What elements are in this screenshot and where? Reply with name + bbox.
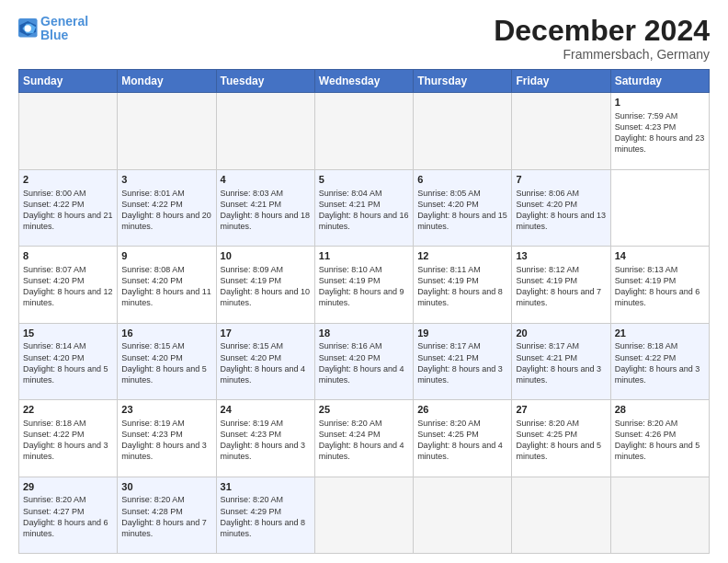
calendar-cell: 28Sunrise: 8:20 AMSunset: 4:26 PMDayligh… (610, 400, 709, 477)
calendar-cell: 21Sunrise: 8:18 AMSunset: 4:22 PMDayligh… (610, 323, 709, 399)
calendar-cell (414, 477, 512, 553)
calendar-header-sunday: Sunday (19, 70, 118, 93)
calendar-cell: 24Sunrise: 8:19 AMSunset: 4:23 PMDayligh… (216, 400, 314, 477)
calendar-cell: 22Sunrise: 8:18 AMSunset: 4:22 PMDayligh… (19, 400, 118, 477)
day-number: 17 (221, 327, 311, 340)
calendar-cell (314, 93, 413, 169)
calendar-week-row: 1Sunrise: 7:59 AMSunset: 4:23 PMDaylight… (19, 93, 710, 169)
calendar-cell: 9Sunrise: 8:08 AMSunset: 4:20 PMDaylight… (118, 247, 216, 323)
day-number: 11 (319, 249, 409, 263)
calendar-cell: 27Sunrise: 8:20 AMSunset: 4:25 PMDayligh… (512, 400, 610, 477)
calendar-cell: 11Sunrise: 8:10 AMSunset: 4:19 PMDayligh… (314, 247, 413, 323)
calendar-cell: 18Sunrise: 8:16 AMSunset: 4:20 PMDayligh… (314, 323, 413, 399)
calendar-cell: 25Sunrise: 8:20 AMSunset: 4:24 PMDayligh… (314, 400, 413, 477)
day-number: 19 (417, 327, 507, 340)
calendar-header-tuesday: Tuesday (216, 70, 314, 93)
main-title: December 2024 (494, 15, 710, 47)
day-number: 18 (319, 327, 409, 340)
day-number: 29 (23, 480, 113, 494)
day-number: 14 (615, 249, 705, 263)
calendar-header-friday: Friday (512, 70, 610, 93)
calendar-cell (118, 93, 216, 169)
day-number: 23 (121, 403, 211, 417)
subtitle: Frammersbach, Germany (494, 47, 710, 62)
day-number: 10 (221, 249, 311, 263)
calendar-cell: 26Sunrise: 8:20 AMSunset: 4:25 PMDayligh… (414, 400, 512, 477)
calendar-week-row: 2Sunrise: 8:00 AMSunset: 4:22 PMDaylight… (19, 169, 710, 246)
logo: General Blue (18, 15, 88, 43)
page: General Blue December 2024 Frammersbach,… (0, 0, 728, 563)
svg-point-3 (25, 26, 31, 32)
logo-text: General Blue (40, 15, 88, 43)
day-number: 20 (516, 327, 606, 340)
day-number: 21 (615, 327, 705, 340)
calendar-cell: 31Sunrise: 8:20 AMSunset: 4:29 PMDayligh… (216, 477, 314, 553)
calendar-cell (610, 477, 709, 553)
calendar-cell: 20Sunrise: 8:17 AMSunset: 4:21 PMDayligh… (512, 323, 610, 399)
calendar-cell (216, 93, 314, 169)
day-number: 9 (121, 249, 211, 263)
day-number: 4 (221, 173, 311, 187)
day-number: 7 (516, 173, 606, 187)
calendar-cell (414, 93, 512, 169)
calendar-header-saturday: Saturday (610, 70, 709, 93)
day-number: 27 (516, 403, 606, 417)
logo-icon (18, 18, 39, 39)
calendar-cell: 3Sunrise: 8:01 AMSunset: 4:22 PMDaylight… (118, 169, 216, 246)
day-number: 15 (23, 327, 113, 340)
title-block: December 2024 Frammersbach, Germany (494, 15, 710, 62)
calendar-cell: 6Sunrise: 8:05 AMSunset: 4:20 PMDaylight… (414, 169, 512, 246)
calendar-header-monday: Monday (118, 70, 216, 93)
day-number: 6 (417, 173, 507, 187)
calendar-cell: 4Sunrise: 8:03 AMSunset: 4:21 PMDaylight… (216, 169, 314, 246)
calendar-cell: 23Sunrise: 8:19 AMSunset: 4:23 PMDayligh… (118, 400, 216, 477)
day-number: 25 (319, 403, 409, 417)
calendar-header-thursday: Thursday (414, 70, 512, 93)
day-number: 26 (417, 403, 507, 417)
day-number: 24 (221, 403, 311, 417)
calendar-cell: 13Sunrise: 8:12 AMSunset: 4:19 PMDayligh… (512, 247, 610, 323)
calendar-week-row: 8Sunrise: 8:07 AMSunset: 4:20 PMDaylight… (19, 247, 710, 323)
day-number: 1 (615, 96, 705, 109)
calendar-week-row: 15Sunrise: 8:14 AMSunset: 4:20 PMDayligh… (19, 323, 710, 399)
calendar-header-row: SundayMondayTuesdayWednesdayThursdayFrid… (19, 70, 710, 93)
day-number: 13 (516, 249, 606, 263)
calendar-cell: 17Sunrise: 8:15 AMSunset: 4:20 PMDayligh… (216, 323, 314, 399)
day-number: 3 (121, 173, 211, 187)
calendar-cell (19, 93, 118, 169)
day-number: 22 (23, 403, 113, 417)
calendar-cell: 7Sunrise: 8:06 AMSunset: 4:20 PMDaylight… (512, 169, 610, 246)
day-number: 16 (121, 327, 211, 340)
calendar-cell (512, 93, 610, 169)
calendar-cell: 15Sunrise: 8:14 AMSunset: 4:20 PMDayligh… (19, 323, 118, 399)
day-number: 2 (23, 173, 113, 187)
calendar-cell: 12Sunrise: 8:11 AMSunset: 4:19 PMDayligh… (414, 247, 512, 323)
day-number: 30 (121, 480, 211, 494)
calendar-table: SundayMondayTuesdayWednesdayThursdayFrid… (18, 69, 710, 554)
calendar-week-row: 22Sunrise: 8:18 AMSunset: 4:22 PMDayligh… (19, 400, 710, 477)
calendar-cell: 10Sunrise: 8:09 AMSunset: 4:19 PMDayligh… (216, 247, 314, 323)
calendar-cell: 30Sunrise: 8:20 AMSunset: 4:28 PMDayligh… (118, 477, 216, 553)
calendar-cell: 8Sunrise: 8:07 AMSunset: 4:20 PMDaylight… (19, 247, 118, 323)
day-number: 5 (319, 173, 409, 187)
day-number: 12 (417, 249, 507, 263)
day-number: 8 (23, 249, 113, 263)
calendar-cell (314, 477, 413, 553)
calendar-cell: 14Sunrise: 8:13 AMSunset: 4:19 PMDayligh… (610, 247, 709, 323)
calendar-cell: 29Sunrise: 8:20 AMSunset: 4:27 PMDayligh… (19, 477, 118, 553)
calendar-cell: 19Sunrise: 8:17 AMSunset: 4:21 PMDayligh… (414, 323, 512, 399)
header: General Blue December 2024 Frammersbach,… (18, 15, 710, 62)
calendar-cell: 5Sunrise: 8:04 AMSunset: 4:21 PMDaylight… (314, 169, 413, 246)
day-number: 31 (221, 480, 311, 494)
calendar-cell (512, 477, 610, 553)
calendar-cell: 16Sunrise: 8:15 AMSunset: 4:20 PMDayligh… (118, 323, 216, 399)
calendar-week-row: 29Sunrise: 8:20 AMSunset: 4:27 PMDayligh… (19, 477, 710, 553)
calendar-header-wednesday: Wednesday (314, 70, 413, 93)
day-number: 28 (615, 403, 705, 417)
calendar-cell: 1Sunrise: 7:59 AMSunset: 4:23 PMDaylight… (610, 93, 709, 169)
calendar-cell: 2Sunrise: 8:00 AMSunset: 4:22 PMDaylight… (19, 169, 118, 246)
